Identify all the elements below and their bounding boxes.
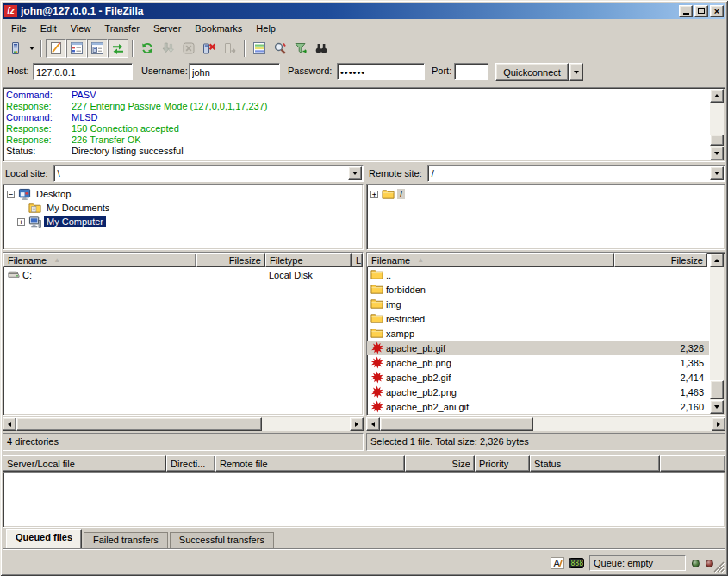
local-horizontal-scrollbar[interactable] [3, 417, 364, 431]
title-bar[interactable]: fz john@127.0.0.1 - FileZilla × [3, 3, 725, 19]
quickconnect-button[interactable]: Quickconnect [495, 63, 569, 81]
directory-comparison-button[interactable] [249, 39, 270, 58]
scroll-down-button[interactable] [710, 147, 724, 160]
tab-failed-transfers[interactable]: Failed transfers [84, 532, 168, 548]
menu-edit[interactable]: Edit [34, 22, 64, 35]
file-row-restricted[interactable]: restricted [367, 311, 709, 326]
filezilla-logo-icon[interactable]: fz [4, 5, 17, 17]
remote-horizontal-scrollbar[interactable] [366, 417, 725, 431]
queue-column-remote-file[interactable]: Remote file [215, 455, 405, 472]
tree-item-my-computer[interactable]: +My Computer [3, 215, 363, 229]
collapse-icon[interactable]: − [7, 191, 15, 198]
scrollbar-thumb[interactable] [710, 135, 724, 146]
directory-filter-button[interactable] [290, 39, 311, 58]
password-input[interactable] [337, 63, 425, 80]
username-input[interactable] [189, 63, 280, 80]
reconnect-button[interactable] [220, 39, 240, 58]
speed-limit-icon[interactable]: 888 [569, 558, 584, 568]
file-row-apache-pb-png[interactable]: apache_pb.png1,385 [367, 355, 709, 370]
menu-file[interactable]: File [4, 22, 34, 35]
queue-column-priority[interactable]: Priority [475, 455, 530, 472]
queue-column-server-local-file[interactable]: Server/Local file [3, 455, 166, 472]
transfer-queue-list[interactable] [3, 472, 725, 528]
quickconnect-dropdown-button[interactable] [569, 63, 583, 81]
tab-successful-transfers[interactable]: Successful transfers [170, 532, 274, 548]
remote-directory-tree[interactable]: +/ [366, 184, 725, 250]
filename-text: apache_pb.png [386, 358, 451, 368]
column-header-l[interactable]: L [352, 253, 363, 267]
message-log-button[interactable] [46, 39, 66, 58]
file-row-forbidden[interactable]: forbidden [367, 282, 709, 297]
site-manager-button[interactable] [5, 39, 26, 58]
scroll-up-button[interactable] [710, 254, 724, 267]
file-row-img[interactable]: img [367, 297, 709, 311]
menu-bookmarks[interactable]: Bookmarks [188, 22, 249, 35]
file-row-apache-pb2-png[interactable]: apache_pb2.png1,463 [367, 385, 709, 399]
scrollbar-thumb[interactable] [16, 417, 262, 431]
synchronized-browsing-button[interactable] [270, 39, 290, 58]
file-row-item[interactable]: .. [367, 267, 709, 282]
process-queue-button[interactable] [158, 39, 178, 58]
transfer-queue-button[interactable] [108, 39, 128, 58]
file-row-apache-pb2-ani-gif[interactable]: apache_pb2_ani.gif2,160 [367, 399, 709, 414]
queue-column-size[interactable]: Size [405, 455, 475, 472]
maximize-button[interactable] [694, 5, 708, 17]
remote-site-dropdown-button[interactable] [710, 166, 724, 180]
minimize-button[interactable] [679, 5, 693, 17]
host-input[interactable] [33, 63, 133, 80]
menu-server[interactable]: Server [146, 22, 188, 35]
remote-vertical-scrollbar[interactable] [710, 254, 724, 414]
remote-file-list[interactable]: Filename▲Filesize ..forbiddenimgrestrict… [366, 252, 725, 416]
file-row-xampp[interactable]: xampp [367, 326, 709, 341]
tree-item-item[interactable]: +/ [367, 187, 725, 201]
scrollbar-track[interactable] [380, 417, 712, 431]
scroll-left-button[interactable] [366, 417, 380, 431]
cancel-button[interactable] [178, 39, 199, 58]
column-header-filetype[interactable]: Filetype [265, 253, 352, 267]
message-log[interactable]: Command:PASVResponse:227 Entering Passiv… [3, 87, 725, 162]
scroll-down-button[interactable] [710, 400, 724, 414]
queue-column-directi[interactable]: Directi... [166, 455, 215, 472]
tree-item-desktop[interactable]: −Desktop [3, 187, 363, 201]
file-row-apache-pb-gif[interactable]: apache_pb.gif2,326 [367, 341, 709, 355]
menu-help[interactable]: Help [249, 22, 283, 35]
expand-icon[interactable]: + [370, 191, 378, 198]
scroll-right-button[interactable] [712, 417, 725, 431]
tree-item-my-documents[interactable]: My Documents [3, 201, 363, 215]
queue-column-status[interactable]: Status [530, 455, 660, 472]
close-button[interactable]: × [710, 5, 724, 17]
remote-site-combobox[interactable]: / [427, 165, 725, 182]
tab-queued-files[interactable]: Queued files [6, 529, 82, 548]
file-row-c[interactable]: C:Local Disk [3, 267, 363, 282]
local-site-combobox[interactable]: \ [53, 165, 364, 182]
column-header-filename[interactable]: Filename▲ [367, 253, 614, 267]
file-search-button[interactable] [311, 39, 332, 58]
disconnect-button[interactable] [199, 39, 220, 58]
local-tree-button[interactable] [66, 39, 87, 58]
expand-icon[interactable]: + [17, 218, 25, 226]
scroll-right-button[interactable] [350, 417, 364, 431]
scroll-up-button[interactable] [710, 89, 724, 103]
ascii-data-type-icon[interactable]: A [551, 557, 564, 569]
transfer-queue-panel: Server/Local fileDirecti...Remote fileSi… [3, 455, 725, 528]
menu-view[interactable]: View [64, 22, 98, 35]
column-header-filesize[interactable]: Filesize [614, 253, 707, 267]
refresh-button[interactable] [137, 39, 158, 58]
local-directory-tree[interactable]: −DesktopMy Documents+My Computer [3, 184, 364, 250]
local-site-dropdown-button[interactable] [348, 166, 362, 180]
scroll-left-button[interactable] [3, 417, 16, 431]
menu-transfer[interactable]: Transfer [97, 22, 146, 35]
file-row-apache-pb2-gif[interactable]: apache_pb2.gif2,414 [367, 370, 709, 385]
site-manager-dropdown-button[interactable] [26, 39, 37, 58]
scrollbar-thumb[interactable] [380, 417, 533, 431]
filesize-cell: 1,385 [614, 358, 707, 368]
column-header-filename[interactable]: Filename▲ [3, 253, 196, 267]
scrollbar-track[interactable] [16, 417, 350, 431]
resize-grip-icon[interactable] [713, 561, 725, 573]
remote-tree-button[interactable] [87, 39, 108, 58]
column-header-filesize[interactable]: Filesize [196, 253, 265, 267]
scrollbar-thumb[interactable] [710, 380, 724, 399]
log-vertical-scrollbar[interactable] [710, 89, 724, 160]
local-file-list[interactable]: Filename▲FilesizeFiletypeL C:Local Disk [3, 252, 364, 416]
port-input[interactable] [454, 63, 488, 80]
